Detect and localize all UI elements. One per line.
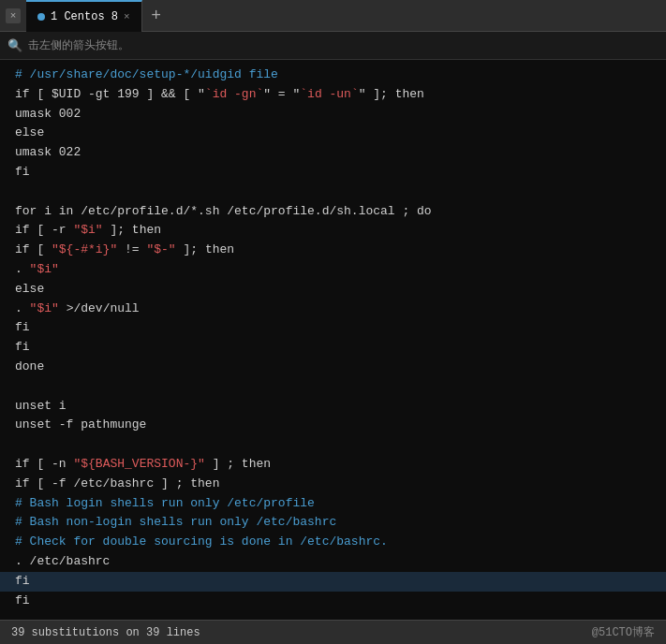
code-text: " = " [263,85,300,105]
code-text: if [ [15,241,52,260]
code-line: unset -f pathmunge [0,416,666,435]
code-line: . "$i" [0,260,666,280]
code-line: else [0,280,666,300]
window-controls: × [0,8,26,23]
code-text: "$i" [30,260,59,280]
code-line: if [ -r "$i" ]; then [0,221,666,241]
code-line: # Bash non-login shells run only /etc/ba… [0,513,666,533]
code-text: " ]; then [359,85,424,105]
code-text: if [ -n [15,455,73,475]
code-text: . [15,260,30,280]
code-text: "$i" [73,221,102,241]
code-text: fi [15,163,30,183]
status-left: 39 substitutions on 39 lines [11,626,200,639]
code-text: umask 002 [15,105,81,124]
code-line: . /etc/bashrc [0,552,666,572]
code-line: if [ -n "${BASH_VERSION-}" ] ; then [0,455,666,475]
code-line: if [ -f /etc/bashrc ] ; then [0,475,666,494]
code-line: fi [0,163,666,183]
code-text: done [15,358,44,377]
code-line: for i in /etc/profile.d/*.sh /etc/profil… [0,202,666,222]
code-text: "${-#*i}" [52,241,117,260]
code-text: != [117,241,146,260]
code-text: umask 022 [15,143,81,163]
code-line: . "$i" >/dev/null [0,300,666,319]
code-text: fi [15,592,30,611]
code-line: fi [0,592,666,611]
search-bar: 🔍 击左侧的箭头按钮。 [0,32,666,60]
code-text: >/dev/null [59,300,140,319]
code-line: else [0,124,666,143]
new-tab-button[interactable]: + [142,0,170,32]
search-icon: 🔍 [7,38,22,53]
watermark: @51CTO博客 [592,624,655,640]
code-text: . /etc/bashrc [15,552,110,572]
tab-close-button[interactable]: × [124,11,130,22]
code-line: if [ "${-#*i}" != "$-" ]; then [0,241,666,260]
code-text: if [ -f /etc/bashrc ] ; then [15,475,219,494]
code-text: # /usr/share/doc/setup-*/uidgid file [15,66,278,85]
code-line: if [ $UID -gt 199 ] && [ "`id -gn`" = "`… [0,85,666,105]
code-text: if [ $UID -gt 199 ] && [ " [15,85,205,105]
code-line: # /usr/share/doc/setup-*/uidgid file [0,66,666,85]
code-text: `id -gn` [205,85,263,105]
code-line-highlighted: fi [0,572,666,592]
code-text: fi [15,338,30,358]
code-line: fi [0,338,666,358]
code-line [0,183,666,202]
tab-list: 1 Centos 8 × + [26,0,170,32]
code-text: "${BASH_VERSION-}" [73,455,204,475]
code-text: ]; then [103,221,161,241]
code-text: `id -un` [300,85,358,105]
code-line: umask 002 [0,105,666,124]
code-text: # Bash login shells run only /etc/profil… [15,494,315,514]
hint-text: 击左侧的箭头按钮。 [28,37,129,53]
code-line: done [0,358,666,377]
code-text: else [15,124,44,143]
code-text: ]; then [176,241,234,260]
tab-dot [37,13,45,21]
code-line [0,435,666,455]
code-text: # Check for double sourcing is done in /… [15,533,388,552]
status-bar: 39 substitutions on 39 lines @51CTO博客 [0,620,666,644]
code-text: for i in /etc/profile.d/*.sh /etc/profil… [15,202,432,222]
code-text: "$i" [30,300,59,319]
code-text: fi [15,572,30,592]
code-text: "$-" [146,241,175,260]
tab-label: 1 Centos 8 [51,10,118,23]
code-line: # Bash login shells run only /etc/profil… [0,494,666,514]
code-text: unset -f pathmunge [15,416,146,435]
code-text: unset i [15,397,67,417]
top-bar: × 1 Centos 8 × + [0,0,666,32]
code-text: ] ; then [205,455,271,475]
code-text: fi [15,318,30,338]
code-line: umask 022 [0,143,666,163]
code-line: fi [0,318,666,338]
tab-centos8[interactable]: 1 Centos 8 × [26,0,142,32]
code-line: # Check for double sourcing is done in /… [0,533,666,552]
code-text: . [15,300,30,319]
code-line [0,377,666,397]
code-text: else [15,280,44,300]
code-line: unset i [0,397,666,417]
close-button[interactable]: × [6,8,21,23]
code-text: if [ -r [15,221,73,241]
code-area: # /usr/share/doc/setup-*/uidgid file if … [0,60,666,620]
code-text: # Bash non-login shells run only /etc/ba… [15,513,336,533]
